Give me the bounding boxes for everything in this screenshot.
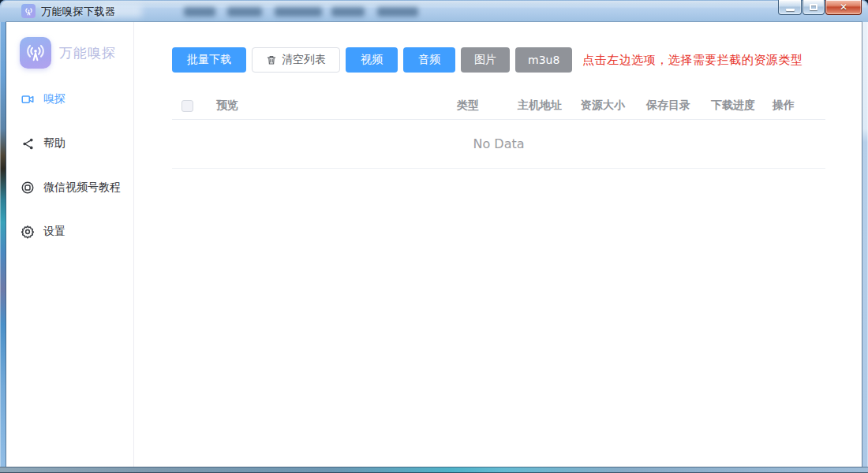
batch-download-button[interactable]: 批量下载 (172, 47, 246, 73)
gear-icon (21, 225, 35, 239)
desktop: { "window": { "title": "万能嗅探下载器", "contr… (0, 0, 868, 473)
titlebar[interactable]: 万能嗅探下载器 ✕ (0, 0, 868, 22)
empty-state-text: No Data (473, 136, 524, 151)
table-header: 预览 类型 主机地址 资源大小 保存目录 下载进度 操作 (172, 93, 825, 120)
clear-list-button[interactable]: 清空列表 (252, 47, 340, 73)
column-header-preview: 预览 (216, 99, 238, 113)
select-all-checkbox[interactable] (181, 100, 193, 112)
column-header-host: 主机地址 (518, 99, 562, 113)
filter-image-button[interactable]: 图片 (461, 47, 510, 73)
sidebar: 万能嗅探 嗅探 (6, 22, 134, 467)
window-border-right (862, 22, 868, 467)
broadcast-icon (20, 37, 51, 69)
app-logo: 万能嗅探 (20, 37, 133, 69)
background-menu-blur (275, 7, 322, 17)
column-header-size: 资源大小 (581, 99, 625, 113)
empty-state-row: No Data (172, 120, 825, 169)
minimize-button[interactable] (778, 0, 802, 15)
share-icon (21, 137, 35, 151)
app-window: 万能嗅探下载器 ✕ 万能嗅探 (0, 0, 868, 473)
trash-icon (266, 54, 277, 65)
filter-video-button[interactable]: 视频 (346, 47, 398, 73)
window-controls: ✕ (778, 0, 862, 15)
sidebar-item-settings[interactable]: 设置 (6, 216, 133, 248)
main-content: 批量下载 清空列表 视频 音频 图片 m3u8 点击左边选项，选择需要拦截的资源… (135, 22, 862, 467)
column-header-progress: 下载进度 (711, 99, 755, 113)
background-menu-blur (184, 7, 215, 17)
window-border-left (0, 22, 6, 467)
sidebar-item-label: 嗅探 (43, 92, 65, 106)
sidebar-item-help[interactable]: 帮助 (6, 128, 133, 159)
sidebar-item-wechat-tutorial[interactable]: 微信视频号教程 (6, 172, 133, 203)
column-header-savedir: 保存目录 (646, 99, 690, 113)
background-menu-blur (331, 7, 365, 17)
background-menu-blur (227, 7, 262, 17)
maximize-button[interactable] (803, 0, 825, 15)
app-icon (21, 4, 36, 18)
sidebar-item-sniff[interactable]: 嗅探 (6, 84, 133, 115)
sidebar-item-label: 设置 (43, 225, 65, 239)
close-icon: ✕ (840, 2, 847, 12)
background-menu-blur (377, 7, 418, 17)
window-border-bottom (0, 467, 868, 473)
filter-hint-text: 点击左边选项，选择需要拦截的资源类型 (582, 53, 803, 68)
app-logo-label: 万能嗅探 (59, 44, 116, 62)
minimize-icon (786, 9, 795, 11)
client-area: 万能嗅探 嗅探 (6, 22, 862, 467)
video-camera-icon (21, 92, 35, 106)
window-title: 万能嗅探下载器 (41, 5, 116, 19)
resource-table: 预览 类型 主机地址 资源大小 保存目录 下载进度 操作 No Data (172, 93, 825, 169)
maximize-icon (810, 4, 817, 10)
filter-audio-button[interactable]: 音频 (403, 47, 455, 73)
sidebar-item-label: 帮助 (43, 136, 65, 151)
toolbar: 批量下载 清空列表 视频 音频 图片 m3u8 点击左边选项，选择需要拦截的资源… (172, 47, 862, 73)
column-header-type: 类型 (457, 99, 479, 113)
record-circle-icon (21, 181, 35, 195)
close-button[interactable]: ✕ (825, 0, 862, 15)
column-header-action: 操作 (773, 99, 795, 113)
filter-m3u8-button[interactable]: m3u8 (515, 47, 572, 73)
clear-list-label: 清空列表 (282, 53, 326, 67)
sidebar-item-label: 微信视频号教程 (43, 181, 121, 195)
sidebar-nav: 嗅探 帮助 (6, 84, 133, 248)
